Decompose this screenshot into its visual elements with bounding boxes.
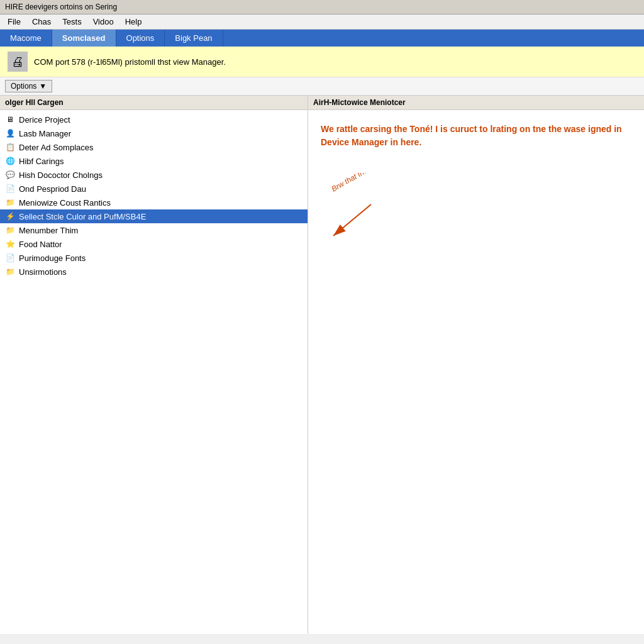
tab-options-label: Options xyxy=(126,33,155,43)
item-label: Hish Dococtor Cholngs xyxy=(19,170,103,180)
menu-help-label: Help xyxy=(125,17,142,26)
info-icon: 🖨 xyxy=(8,52,28,72)
food-icon: ⭐ xyxy=(5,239,15,249)
options-button[interactable]: Options ▼ xyxy=(5,80,52,92)
info-banner: 🖨 COM port 578 (r-1l65Ml) pristomll thst… xyxy=(0,47,644,77)
item-label: Lasb Manager xyxy=(19,129,71,138)
item-label: Unsirmotions xyxy=(19,267,67,277)
menumber-icon: 📁 xyxy=(5,225,15,235)
tab-macome[interactable]: Macome xyxy=(0,30,52,47)
menu-video-label: Vidoo xyxy=(93,17,114,26)
arrow-annotation-svg: Brw that thur COM port xyxy=(258,173,447,248)
menu-bar: File Chas Tests Vidoo Help xyxy=(0,14,644,30)
item-label: Ond Pespriod Dau xyxy=(19,184,86,194)
device-project-icon: 🖥 xyxy=(5,114,15,125)
menu-chas-label: Chas xyxy=(32,17,51,26)
menu-file[interactable]: File xyxy=(3,16,26,28)
item-label: Derice Project xyxy=(19,115,70,125)
hibf-icon: 🌐 xyxy=(5,156,15,166)
annotation-text: We rattle carsing the Toné! I is curuct … xyxy=(321,123,638,149)
arrow-label: Brw that thur COM port xyxy=(330,173,402,194)
menu-video[interactable]: Vidoo xyxy=(88,16,119,28)
menu-tests-label: Tests xyxy=(62,17,81,26)
sellect-icon: ⚡ xyxy=(5,211,15,221)
info-text: COM port 578 (r-1l65Ml) pristomll thst v… xyxy=(34,57,226,67)
item-label: Sellect Stcle Culor and PufM/SB4E xyxy=(19,212,146,221)
arrow-line xyxy=(333,204,371,236)
tab-bigkpean[interactable]: Bigk Pean xyxy=(165,30,223,47)
tab-somclased[interactable]: Somclased xyxy=(52,30,116,47)
title-bar: HIRE deevigers ortoins on Sering xyxy=(0,0,644,14)
deter-ad-icon: 📋 xyxy=(5,142,15,152)
list-item[interactable]: 📄 Purimoduge Fonts xyxy=(0,251,308,265)
ond-icon: 📄 xyxy=(5,184,15,194)
toolbar: Options ▼ xyxy=(0,77,644,96)
tab-bigkpean-label: Bigk Pean xyxy=(175,33,212,43)
unsirmotions-icon: 📁 xyxy=(5,267,15,277)
lasb-manager-icon: 👤 xyxy=(5,128,15,138)
left-panel-header: olger Hll Cargen xyxy=(0,96,308,110)
list-item[interactable]: 📋 Deter Ad Somplaces xyxy=(0,140,308,154)
hish-icon: 💬 xyxy=(5,170,15,180)
dropdown-icon: ▼ xyxy=(39,82,47,91)
menu-tests[interactable]: Tests xyxy=(57,16,86,28)
tab-somclased-label: Somclased xyxy=(62,33,106,43)
menu-file-label: File xyxy=(8,17,21,26)
title-text: HIRE deevigers ortoins on Sering xyxy=(5,3,117,11)
right-panel-title: AirH-Mictowice Meniotcer xyxy=(313,98,406,107)
tab-macome-label: Macome xyxy=(10,33,42,43)
options-label: Options xyxy=(11,82,36,91)
tab-options[interactable]: Options xyxy=(116,30,165,47)
item-label: Food Nattor xyxy=(19,240,62,249)
item-label: Hibf Carings xyxy=(19,157,64,166)
item-label: Meniowize Coust Rantics xyxy=(19,198,111,208)
list-item[interactable]: 🖥 Derice Project xyxy=(0,113,308,126)
main-content: olger Hll Cargen 🖥 Derice Project 👤 Lasb… xyxy=(0,96,644,634)
item-label: Purimoduge Fonts xyxy=(19,253,86,263)
purimoduge-icon: 📄 xyxy=(5,253,15,263)
list-item[interactable]: 👤 Lasb Manager xyxy=(0,126,308,140)
menu-chas[interactable]: Chas xyxy=(27,16,56,28)
right-panel-header: AirH-Mictowice Meniotcer xyxy=(308,96,644,110)
right-panel-content: We rattle carsing the Toné! I is curuct … xyxy=(308,110,644,634)
list-item[interactable]: 🌐 Hibf Carings xyxy=(0,154,308,168)
item-label: Menumber Thim xyxy=(19,226,78,235)
menu-help[interactable]: Help xyxy=(120,16,147,28)
right-panel: AirH-Mictowice Meniotcer We rattle carsi… xyxy=(308,96,644,634)
tab-bar: Macome Somclased Options Bigk Pean xyxy=(0,30,644,47)
item-label: Deter Ad Somplaces xyxy=(19,143,94,152)
meniowize-icon: 📁 xyxy=(5,197,15,208)
list-item[interactable]: 📁 Unsirmotions xyxy=(0,265,308,279)
